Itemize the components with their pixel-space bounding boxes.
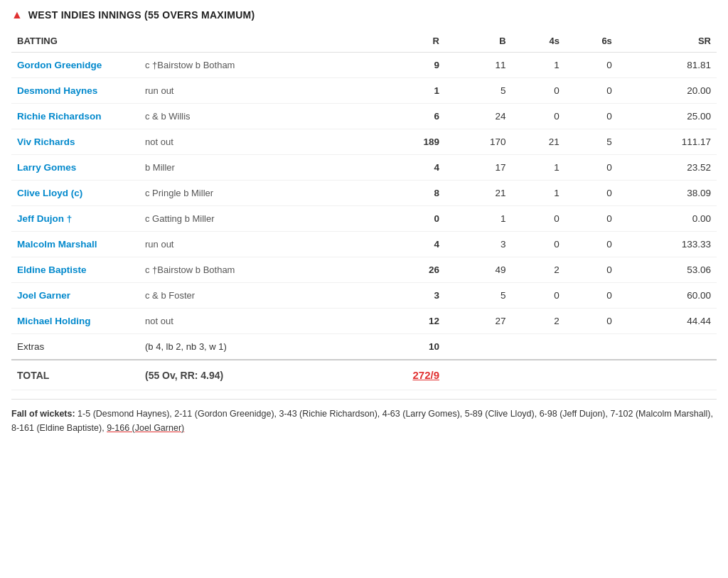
player-name[interactable]: Richie Richardson	[11, 104, 139, 129]
scorecard-table: BATTING R B 4s 6s SR Gordon Greenidge c …	[11, 31, 717, 390]
runs: 189	[353, 129, 445, 155]
sr: 23.52	[618, 155, 717, 181]
fours: 0	[512, 283, 565, 309]
extras-label: Extras	[11, 334, 139, 360]
fours: 2	[512, 257, 565, 283]
fours: 2	[512, 309, 565, 334]
balls: 11	[445, 53, 512, 78]
total-detail: (55 Ov, RR: 4.94)	[139, 360, 353, 390]
player-name[interactable]: Gordon Greenidge	[11, 53, 139, 78]
extras-row: Extras (b 4, lb 2, nb 3, w 1) 10	[11, 334, 717, 360]
table-row: Eldine Baptiste c †Bairstow b Botham 26 …	[11, 257, 717, 283]
dismissal: c Gatting b Miller	[139, 206, 353, 232]
table-row: Viv Richards not out 189 170 21 5 111.17	[11, 129, 717, 155]
sixes: 0	[565, 283, 618, 309]
dismissal: run out	[139, 78, 353, 104]
fow-last-wicket: 9-166 (Joel Garner)	[107, 423, 184, 433]
table-row: Jeff Dujon † c Gatting b Miller 0 1 0 0 …	[11, 206, 717, 232]
sr: 25.00	[618, 104, 717, 129]
sixes: 0	[565, 181, 618, 206]
runs: 4	[353, 155, 445, 181]
fours: 1	[512, 53, 565, 78]
batting-header: BATTING	[11, 31, 139, 53]
balls: 24	[445, 104, 512, 129]
balls: 170	[445, 129, 512, 155]
dismissal: c †Bairstow b Botham	[139, 53, 353, 78]
table-row: Michael Holding not out 12 27 2 0 44.44	[11, 309, 717, 334]
fours: 21	[512, 129, 565, 155]
fours: 0	[512, 104, 565, 129]
balls: 21	[445, 181, 512, 206]
sixes: 0	[565, 78, 618, 104]
fours: 0	[512, 232, 565, 257]
balls: 3	[445, 232, 512, 257]
sixes: 0	[565, 232, 618, 257]
dismissal: not out	[139, 309, 353, 334]
player-name[interactable]: Viv Richards	[11, 129, 139, 155]
runs: 6	[353, 104, 445, 129]
dismissal: c Pringle b Miller	[139, 181, 353, 206]
balls: 5	[445, 283, 512, 309]
player-name[interactable]: Joel Garner	[11, 283, 139, 309]
runs: 3	[353, 283, 445, 309]
table-row: Larry Gomes b Miller 4 17 1 0 23.52	[11, 155, 717, 181]
dismissal: run out	[139, 232, 353, 257]
runs: 4	[353, 232, 445, 257]
runs: 0	[353, 206, 445, 232]
fours: 1	[512, 181, 565, 206]
runs: 1	[353, 78, 445, 104]
balls: 17	[445, 155, 512, 181]
fours-header: 4s	[512, 31, 565, 53]
sr: 20.00	[618, 78, 717, 104]
sr: 111.17	[618, 129, 717, 155]
balls: 1	[445, 206, 512, 232]
player-name[interactable]: Clive Lloyd (c)	[11, 181, 139, 206]
sr: 0.00	[618, 206, 717, 232]
sixes: 0	[565, 155, 618, 181]
runs: 12	[353, 309, 445, 334]
player-name[interactable]: Eldine Baptiste	[11, 257, 139, 283]
table-row: Desmond Haynes run out 1 5 0 0 20.00	[11, 78, 717, 104]
table-row: Clive Lloyd (c) c Pringle b Miller 8 21 …	[11, 181, 717, 206]
sr: 38.09	[618, 181, 717, 206]
total-label: TOTAL	[11, 360, 139, 390]
dismissal: c †Bairstow b Botham	[139, 257, 353, 283]
fours: 0	[512, 78, 565, 104]
table-row: Malcolm Marshall run out 4 3 0 0 133.33	[11, 232, 717, 257]
sixes: 0	[565, 206, 618, 232]
fow-label: Fall of wickets:	[11, 409, 75, 419]
sr: 133.33	[618, 232, 717, 257]
balls: 49	[445, 257, 512, 283]
total-score: 272/9	[353, 360, 445, 390]
fall-of-wickets: Fall of wickets: 1-5 (Desmond Haynes), 2…	[11, 399, 717, 435]
table-row: Gordon Greenidge c †Bairstow b Botham 9 …	[11, 53, 717, 78]
dismissal: c & b Foster	[139, 283, 353, 309]
runs: 26	[353, 257, 445, 283]
sr: 60.00	[618, 283, 717, 309]
sixes: 0	[565, 257, 618, 283]
runs: 9	[353, 53, 445, 78]
player-name[interactable]: Larry Gomes	[11, 155, 139, 181]
innings-header: ▲ WEST INDIES INNINGS (55 OVERS MAXIMUM)	[11, 9, 717, 21]
table-row: Richie Richardson c & b Willis 6 24 0 0 …	[11, 104, 717, 129]
player-name[interactable]: Malcolm Marshall	[11, 232, 139, 257]
total-row: TOTAL (55 Ov, RR: 4.94) 272/9	[11, 360, 717, 390]
sr: 44.44	[618, 309, 717, 334]
sr: 53.06	[618, 257, 717, 283]
sixes: 0	[565, 309, 618, 334]
extras-value: 10	[353, 334, 445, 360]
fours: 1	[512, 155, 565, 181]
dismissal: not out	[139, 129, 353, 155]
player-name[interactable]: Jeff Dujon †	[11, 206, 139, 232]
sixes-header: 6s	[565, 31, 618, 53]
dismissal-header	[139, 31, 353, 53]
fours: 0	[512, 206, 565, 232]
balls: 27	[445, 309, 512, 334]
player-name[interactable]: Desmond Haynes	[11, 78, 139, 104]
player-name[interactable]: Michael Holding	[11, 309, 139, 334]
sixes: 0	[565, 53, 618, 78]
arrow-icon: ▲	[11, 9, 23, 21]
table-row: Joel Garner c & b Foster 3 5 0 0 60.00	[11, 283, 717, 309]
sr-header: SR	[618, 31, 717, 53]
sixes: 0	[565, 104, 618, 129]
